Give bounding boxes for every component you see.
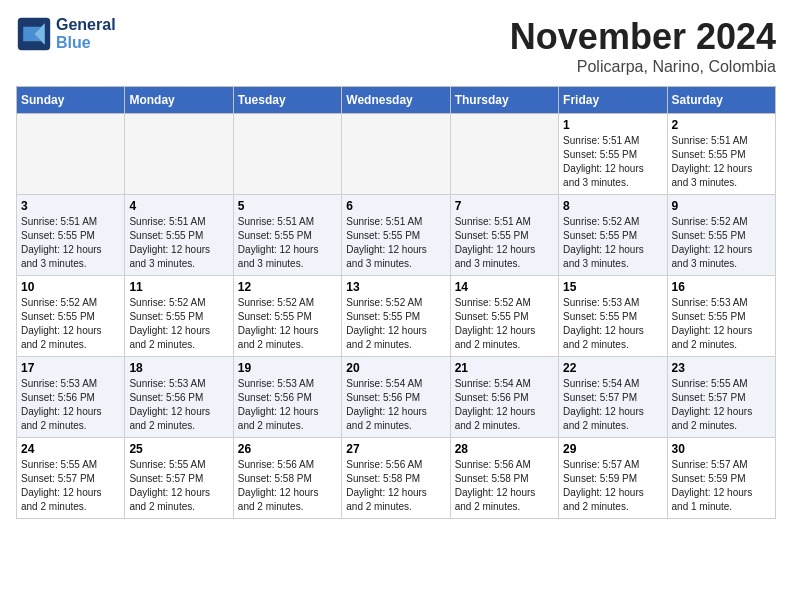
calendar: SundayMondayTuesdayWednesdayThursdayFrid…: [16, 86, 776, 519]
calendar-cell: 9Sunrise: 5:52 AM Sunset: 5:55 PM Daylig…: [667, 195, 775, 276]
day-number: 5: [238, 199, 337, 213]
calendar-cell: 15Sunrise: 5:53 AM Sunset: 5:55 PM Dayli…: [559, 276, 667, 357]
day-number: 21: [455, 361, 554, 375]
calendar-cell: 7Sunrise: 5:51 AM Sunset: 5:55 PM Daylig…: [450, 195, 558, 276]
day-info: Sunrise: 5:52 AM Sunset: 5:55 PM Dayligh…: [238, 296, 337, 352]
day-number: 1: [563, 118, 662, 132]
day-number: 13: [346, 280, 445, 294]
location-title: Policarpa, Narino, Colombia: [510, 58, 776, 76]
calendar-week-row: 10Sunrise: 5:52 AM Sunset: 5:55 PM Dayli…: [17, 276, 776, 357]
calendar-cell: [233, 114, 341, 195]
calendar-cell: 29Sunrise: 5:57 AM Sunset: 5:59 PM Dayli…: [559, 438, 667, 519]
day-number: 12: [238, 280, 337, 294]
day-info: Sunrise: 5:52 AM Sunset: 5:55 PM Dayligh…: [455, 296, 554, 352]
day-number: 10: [21, 280, 120, 294]
day-info: Sunrise: 5:54 AM Sunset: 5:56 PM Dayligh…: [346, 377, 445, 433]
day-info: Sunrise: 5:52 AM Sunset: 5:55 PM Dayligh…: [129, 296, 228, 352]
calendar-cell: [342, 114, 450, 195]
day-info: Sunrise: 5:52 AM Sunset: 5:55 PM Dayligh…: [21, 296, 120, 352]
day-number: 22: [563, 361, 662, 375]
day-info: Sunrise: 5:55 AM Sunset: 5:57 PM Dayligh…: [672, 377, 771, 433]
logo: General Blue: [16, 16, 116, 52]
title-section: November 2024 Policarpa, Narino, Colombi…: [510, 16, 776, 76]
day-info: Sunrise: 5:54 AM Sunset: 5:57 PM Dayligh…: [563, 377, 662, 433]
calendar-cell: 30Sunrise: 5:57 AM Sunset: 5:59 PM Dayli…: [667, 438, 775, 519]
weekday-header-thursday: Thursday: [450, 87, 558, 114]
weekday-header-wednesday: Wednesday: [342, 87, 450, 114]
calendar-cell: 14Sunrise: 5:52 AM Sunset: 5:55 PM Dayli…: [450, 276, 558, 357]
weekday-header-friday: Friday: [559, 87, 667, 114]
day-number: 14: [455, 280, 554, 294]
day-number: 30: [672, 442, 771, 456]
calendar-cell: 1Sunrise: 5:51 AM Sunset: 5:55 PM Daylig…: [559, 114, 667, 195]
day-info: Sunrise: 5:56 AM Sunset: 5:58 PM Dayligh…: [346, 458, 445, 514]
day-info: Sunrise: 5:54 AM Sunset: 5:56 PM Dayligh…: [455, 377, 554, 433]
calendar-cell: 2Sunrise: 5:51 AM Sunset: 5:55 PM Daylig…: [667, 114, 775, 195]
calendar-cell: 13Sunrise: 5:52 AM Sunset: 5:55 PM Dayli…: [342, 276, 450, 357]
day-info: Sunrise: 5:53 AM Sunset: 5:56 PM Dayligh…: [129, 377, 228, 433]
day-info: Sunrise: 5:51 AM Sunset: 5:55 PM Dayligh…: [346, 215, 445, 271]
day-info: Sunrise: 5:51 AM Sunset: 5:55 PM Dayligh…: [672, 134, 771, 190]
calendar-cell: 25Sunrise: 5:55 AM Sunset: 5:57 PM Dayli…: [125, 438, 233, 519]
weekday-header-saturday: Saturday: [667, 87, 775, 114]
weekday-header-monday: Monday: [125, 87, 233, 114]
day-info: Sunrise: 5:53 AM Sunset: 5:56 PM Dayligh…: [238, 377, 337, 433]
calendar-cell: 20Sunrise: 5:54 AM Sunset: 5:56 PM Dayli…: [342, 357, 450, 438]
calendar-header-row: SundayMondayTuesdayWednesdayThursdayFrid…: [17, 87, 776, 114]
day-info: Sunrise: 5:53 AM Sunset: 5:56 PM Dayligh…: [21, 377, 120, 433]
day-info: Sunrise: 5:56 AM Sunset: 5:58 PM Dayligh…: [455, 458, 554, 514]
day-number: 17: [21, 361, 120, 375]
calendar-week-row: 24Sunrise: 5:55 AM Sunset: 5:57 PM Dayli…: [17, 438, 776, 519]
day-number: 18: [129, 361, 228, 375]
calendar-cell: 5Sunrise: 5:51 AM Sunset: 5:55 PM Daylig…: [233, 195, 341, 276]
day-number: 11: [129, 280, 228, 294]
day-info: Sunrise: 5:52 AM Sunset: 5:55 PM Dayligh…: [563, 215, 662, 271]
calendar-cell: 6Sunrise: 5:51 AM Sunset: 5:55 PM Daylig…: [342, 195, 450, 276]
calendar-cell: 26Sunrise: 5:56 AM Sunset: 5:58 PM Dayli…: [233, 438, 341, 519]
day-number: 29: [563, 442, 662, 456]
header: General Blue November 2024 Policarpa, Na…: [16, 16, 776, 76]
day-number: 3: [21, 199, 120, 213]
calendar-cell: 28Sunrise: 5:56 AM Sunset: 5:58 PM Dayli…: [450, 438, 558, 519]
calendar-cell: 12Sunrise: 5:52 AM Sunset: 5:55 PM Dayli…: [233, 276, 341, 357]
calendar-cell: 24Sunrise: 5:55 AM Sunset: 5:57 PM Dayli…: [17, 438, 125, 519]
day-info: Sunrise: 5:53 AM Sunset: 5:55 PM Dayligh…: [563, 296, 662, 352]
calendar-week-row: 3Sunrise: 5:51 AM Sunset: 5:55 PM Daylig…: [17, 195, 776, 276]
weekday-header-tuesday: Tuesday: [233, 87, 341, 114]
day-number: 7: [455, 199, 554, 213]
logo-icon: [16, 16, 52, 52]
calendar-cell: 21Sunrise: 5:54 AM Sunset: 5:56 PM Dayli…: [450, 357, 558, 438]
day-number: 26: [238, 442, 337, 456]
day-info: Sunrise: 5:55 AM Sunset: 5:57 PM Dayligh…: [21, 458, 120, 514]
calendar-cell: [17, 114, 125, 195]
day-info: Sunrise: 5:53 AM Sunset: 5:55 PM Dayligh…: [672, 296, 771, 352]
day-info: Sunrise: 5:57 AM Sunset: 5:59 PM Dayligh…: [563, 458, 662, 514]
day-number: 20: [346, 361, 445, 375]
day-number: 8: [563, 199, 662, 213]
day-number: 19: [238, 361, 337, 375]
day-info: Sunrise: 5:51 AM Sunset: 5:55 PM Dayligh…: [21, 215, 120, 271]
day-info: Sunrise: 5:52 AM Sunset: 5:55 PM Dayligh…: [346, 296, 445, 352]
day-number: 15: [563, 280, 662, 294]
day-info: Sunrise: 5:57 AM Sunset: 5:59 PM Dayligh…: [672, 458, 771, 514]
day-info: Sunrise: 5:51 AM Sunset: 5:55 PM Dayligh…: [238, 215, 337, 271]
calendar-cell: 19Sunrise: 5:53 AM Sunset: 5:56 PM Dayli…: [233, 357, 341, 438]
calendar-cell: 27Sunrise: 5:56 AM Sunset: 5:58 PM Dayli…: [342, 438, 450, 519]
calendar-cell: 11Sunrise: 5:52 AM Sunset: 5:55 PM Dayli…: [125, 276, 233, 357]
calendar-cell: 10Sunrise: 5:52 AM Sunset: 5:55 PM Dayli…: [17, 276, 125, 357]
calendar-cell: 17Sunrise: 5:53 AM Sunset: 5:56 PM Dayli…: [17, 357, 125, 438]
calendar-cell: [450, 114, 558, 195]
day-number: 9: [672, 199, 771, 213]
day-number: 16: [672, 280, 771, 294]
calendar-cell: 3Sunrise: 5:51 AM Sunset: 5:55 PM Daylig…: [17, 195, 125, 276]
calendar-week-row: 1Sunrise: 5:51 AM Sunset: 5:55 PM Daylig…: [17, 114, 776, 195]
day-info: Sunrise: 5:51 AM Sunset: 5:55 PM Dayligh…: [129, 215, 228, 271]
day-number: 6: [346, 199, 445, 213]
weekday-header-sunday: Sunday: [17, 87, 125, 114]
day-number: 2: [672, 118, 771, 132]
calendar-week-row: 17Sunrise: 5:53 AM Sunset: 5:56 PM Dayli…: [17, 357, 776, 438]
day-number: 24: [21, 442, 120, 456]
day-number: 23: [672, 361, 771, 375]
calendar-cell: 22Sunrise: 5:54 AM Sunset: 5:57 PM Dayli…: [559, 357, 667, 438]
day-info: Sunrise: 5:51 AM Sunset: 5:55 PM Dayligh…: [455, 215, 554, 271]
